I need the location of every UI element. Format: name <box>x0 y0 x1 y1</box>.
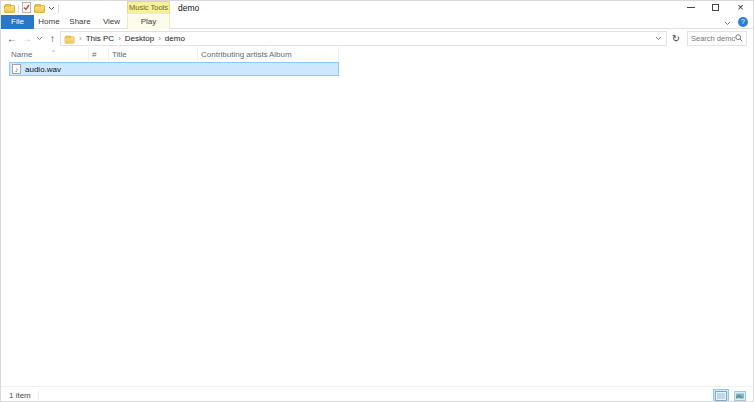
thumbnails-view-icon <box>734 391 746 401</box>
column-header-title[interactable]: Title <box>109 47 198 61</box>
close-button[interactable]: × <box>728 1 753 14</box>
maximize-icon <box>712 4 719 11</box>
address-bar[interactable]: › This PC › Desktop › demo <box>60 31 667 46</box>
address-bar-row: ← → ↑ › This PC › Desktop › demo ↻ <box>1 30 753 47</box>
location-folder-icon[interactable] <box>65 36 75 43</box>
details-view-icon <box>715 391 727 401</box>
contextual-tab-group-label: Music Tools <box>127 1 170 14</box>
expand-ribbon-chevron-icon[interactable] <box>724 19 731 28</box>
status-bar: 1 item <box>1 386 753 402</box>
breadcrumb-demo[interactable]: demo <box>165 34 185 43</box>
search-icon[interactable] <box>735 34 743 44</box>
column-header-row: Name ^ # Title Contributing artists Albu… <box>1 47 753 61</box>
quick-access-toolbar <box>4 2 59 14</box>
tab-home[interactable]: Home <box>34 15 64 29</box>
recent-locations-chevron-icon[interactable] <box>34 30 44 47</box>
forward-button[interactable]: → <box>20 30 34 47</box>
window-title: demo <box>178 3 199 13</box>
back-button[interactable]: ← <box>5 30 19 47</box>
search-input[interactable] <box>691 34 735 43</box>
breadcrumb-this-pc[interactable]: This PC <box>86 34 114 43</box>
help-button[interactable]: ? <box>738 17 748 27</box>
properties-icon[interactable] <box>22 2 31 15</box>
file-row-audio-wav[interactable]: ♪ audio.wav <box>9 62 339 76</box>
close-icon: × <box>737 2 743 13</box>
breadcrumb-chevron[interactable]: › <box>118 34 121 43</box>
audio-file-icon: ♪ <box>12 64 21 74</box>
column-header-label: Name <box>11 50 32 59</box>
divider <box>18 4 19 13</box>
file-explorer-window: Music Tools demo × File Home Share View … <box>0 0 754 402</box>
file-name: audio.wav <box>25 65 61 74</box>
ribbon-tab-row: File Home Share View Play ? <box>1 15 753 29</box>
breadcrumb-desktop[interactable]: Desktop <box>125 34 154 43</box>
column-header-contributing-artists[interactable]: Contributing artists <box>198 47 266 61</box>
tab-view[interactable]: View <box>96 15 127 29</box>
minimize-icon <box>687 7 695 8</box>
column-header-number[interactable]: # <box>89 47 109 61</box>
maximize-button[interactable] <box>703 1 728 14</box>
window-controls: × <box>678 1 753 14</box>
minimize-button[interactable] <box>678 1 703 14</box>
tab-share[interactable]: Share <box>64 15 96 29</box>
breadcrumb-chevron[interactable]: › <box>79 34 82 43</box>
sort-ascending-icon: ^ <box>52 45 55 60</box>
customize-quick-access-chevron-icon[interactable] <box>48 4 55 13</box>
view-toggles <box>713 389 748 402</box>
new-folder-icon[interactable] <box>34 5 45 13</box>
file-list: ♪ audio.wav <box>1 61 753 385</box>
column-header-name[interactable]: Name ^ <box>8 47 89 61</box>
thumbnails-view-button[interactable] <box>732 389 748 402</box>
column-header-album[interactable]: Album <box>266 47 339 61</box>
tab-play[interactable]: Play <box>127 15 170 29</box>
refresh-button[interactable]: ↻ <box>669 31 683 46</box>
title-bar: Music Tools demo × <box>1 1 753 15</box>
search-box[interactable] <box>687 31 747 46</box>
details-view-button[interactable] <box>713 389 729 402</box>
address-dropdown-chevron-icon[interactable] <box>655 34 662 43</box>
item-count: 1 item <box>9 391 31 400</box>
breadcrumb-chevron[interactable]: › <box>158 34 161 43</box>
app-folder-icon[interactable] <box>4 5 15 13</box>
divider <box>58 4 59 13</box>
tab-file[interactable]: File <box>1 15 34 29</box>
divider <box>38 390 39 400</box>
